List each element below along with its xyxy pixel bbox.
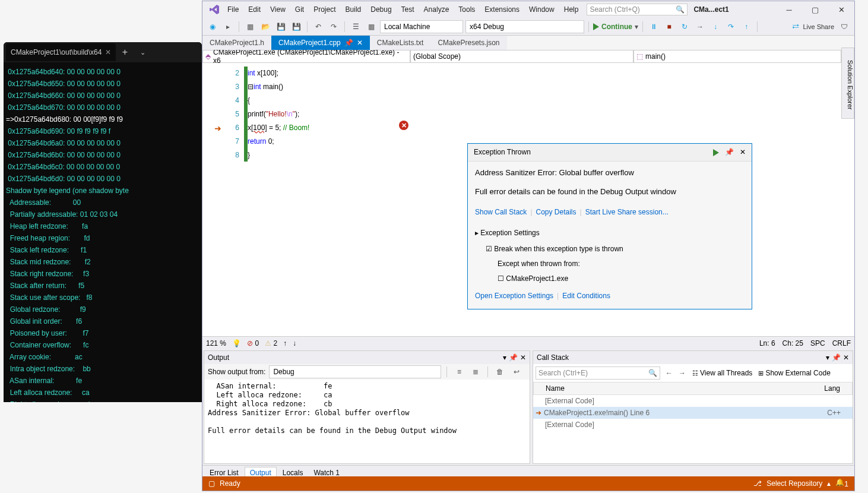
show-external-code[interactable]: ⊞ Show External Code [758, 369, 830, 377]
output-wrap[interactable]: ↩ [510, 365, 523, 378]
copy-details-link[interactable]: Copy Details [536, 206, 576, 219]
menu-project[interactable]: Project [309, 4, 340, 15]
popup-close-icon[interactable]: ✕ [740, 146, 746, 159]
open-button[interactable]: 📂 [259, 20, 272, 33]
nav-scope-combo[interactable]: (Global Scope) [410, 50, 633, 63]
code-editor[interactable]: 2 3 4 5 6 7 8 ➜ int x[100]; ⊟int main() … [202, 63, 854, 336]
col-name[interactable]: Name [546, 384, 824, 393]
menu-debug[interactable]: Debug [366, 4, 396, 15]
menu-view[interactable]: View [265, 4, 290, 15]
config-icon[interactable]: ☰ [349, 20, 362, 33]
terminal-dropdown[interactable]: ⌄ [134, 43, 151, 61]
liveshare-link[interactable]: Start Live Share session... [585, 206, 669, 219]
menu-edit[interactable]: Edit [243, 4, 265, 15]
open-exception-settings-link[interactable]: Open Exception Settings [475, 289, 553, 303]
callstack-row-active[interactable]: ➜ CMakeProject1.exe!main() Line 6 C++ [533, 407, 853, 419]
minimize-button[interactable]: ─ [776, 1, 802, 18]
pin-icon[interactable]: 📌 [344, 39, 353, 47]
popup-pin-icon[interactable]: 📌 [725, 146, 734, 159]
panel-dropdown-icon[interactable]: ▾ [826, 353, 829, 362]
maximize-button[interactable]: ▢ [802, 1, 828, 18]
close-icon[interactable]: ✕ [105, 48, 111, 56]
callstack-row[interactable]: [External Code] [533, 395, 853, 407]
notification-bell-icon[interactable]: 🔔1 [835, 478, 848, 488]
lightbulb-icon[interactable]: 💡 [232, 339, 241, 347]
menu-window[interactable]: Window [524, 4, 559, 15]
pause-button[interactable]: ⏸ [647, 20, 660, 33]
break-on-throw-checkbox[interactable]: ☑ Break when this exception type is thro… [475, 242, 745, 256]
restart-button[interactable]: ↻ [678, 20, 691, 33]
view-all-threads[interactable]: ☷ View all Threads [692, 369, 752, 377]
save-all-button[interactable]: 💾 [290, 20, 303, 33]
select-repository[interactable]: Select Repository [766, 479, 822, 488]
menu-build[interactable]: Build [341, 4, 366, 15]
menu-analyze[interactable]: Analyze [419, 4, 454, 15]
output-text[interactable]: ASan internal: fe Left alloca redzone: c… [204, 380, 530, 463]
edit-conditions-link[interactable]: Edit Conditions [562, 289, 610, 303]
editor-statusbar: 121 % 💡 ⊘ 0 ⚠ 2 ↑ ↓ Ln: 6 Ch: 25 SPC CRL… [202, 336, 854, 349]
show-next-button[interactable]: → [693, 20, 707, 33]
tab-cmakelists[interactable]: CMakeLists.txt [370, 36, 431, 50]
error-count[interactable]: ⊘ 0 [247, 339, 259, 347]
line-ending[interactable]: CRLF [832, 339, 851, 347]
menu-git[interactable]: Git [290, 4, 309, 15]
popup-continue-icon[interactable] [713, 149, 719, 156]
arrow-up-icon[interactable]: ↑ [283, 339, 287, 347]
terminal-new-tab[interactable]: + [116, 43, 134, 61]
redo-button[interactable]: ↷ [327, 20, 340, 33]
back-button[interactable]: ◉ [206, 20, 219, 33]
launch-target-combo[interactable]: Local Machine [380, 20, 463, 33]
close-tab-icon[interactable]: ✕ [357, 39, 363, 47]
output-source-combo[interactable]: Debug [269, 365, 441, 378]
panel-pin-icon[interactable]: 📌 [509, 353, 518, 362]
step-over-button[interactable]: ↷ [724, 20, 737, 33]
exception-settings-header[interactable]: ▸ Exception Settings [475, 226, 745, 240]
zoom-level[interactable]: 121 % [206, 339, 226, 347]
menu-test[interactable]: Test [397, 4, 419, 15]
nav-project-combo[interactable]: ⬘CMakeProject1.exe (CMakeProject1\CMakeP… [202, 50, 410, 63]
step-into-button[interactable]: ↓ [709, 20, 722, 33]
nav-member-combo[interactable]: ⬚main() [633, 50, 841, 63]
warning-count[interactable]: ⚠ 2 [265, 339, 277, 347]
arrow-down-icon[interactable]: ↓ [293, 339, 296, 347]
continue-button[interactable]: Continue ▾ [593, 20, 638, 33]
callstack-search[interactable]: Search (Ctrl+E)🔍 [536, 366, 660, 380]
panel-dropdown-icon[interactable]: ▾ [503, 353, 506, 362]
search-input[interactable]: Search (Ctrl+Q) 🔍 [587, 4, 688, 15]
new-project-button[interactable]: ▦ [243, 20, 256, 33]
menu-tools[interactable]: Tools [454, 4, 480, 15]
except-exe-checkbox[interactable]: ☐ CMakeProject1.exe [475, 272, 745, 286]
liveshare-button[interactable]: Live Share [803, 23, 834, 30]
solution-explorer-tab[interactable]: Solution Explorer [841, 48, 854, 119]
code-area[interactable]: ➜ int x[100]; ⊟int main() { printf("Hell… [248, 63, 854, 336]
undo-button[interactable]: ↶ [312, 20, 325, 33]
panel-close-icon[interactable]: ✕ [520, 353, 526, 362]
indent-mode[interactable]: SPC [810, 339, 825, 347]
step-out-button[interactable]: ↑ [740, 20, 753, 33]
cs-forward[interactable]: → [676, 366, 689, 380]
panel-close-icon[interactable]: ✕ [843, 353, 849, 362]
config-combo[interactable]: x64 Debug [465, 20, 584, 33]
menu-extensions[interactable]: Extensions [480, 4, 524, 15]
tab-presets[interactable]: CMakePresets.json [430, 36, 506, 50]
menu-file[interactable]: File [223, 4, 243, 15]
output-tb2[interactable]: ≣ [469, 365, 482, 378]
tab-cpp[interactable]: CMakeProject1.cpp 📌 ✕ [271, 36, 370, 50]
menu-help[interactable]: Help [559, 4, 584, 15]
close-button[interactable]: ✕ [828, 1, 854, 18]
show-call-stack-link[interactable]: Show Call Stack [475, 206, 527, 219]
save-button[interactable]: 💾 [274, 20, 287, 33]
stop-button[interactable]: ■ [663, 20, 676, 33]
tab-header[interactable]: CMakeProject1.h [202, 36, 271, 50]
admin-icon[interactable]: 🛡 [838, 20, 851, 33]
output-clear[interactable]: 🗑 [493, 365, 506, 378]
callstack-row[interactable]: [External Code] [533, 419, 853, 431]
error-glyph-icon[interactable]: ✕ [399, 121, 408, 130]
config-icon2[interactable]: ▦ [365, 20, 378, 33]
terminal-tab[interactable]: CMakeProject1\out\build\x64 ✕ [6, 43, 116, 61]
output-tb1[interactable]: ≡ [452, 365, 465, 378]
col-lang[interactable]: Lang [824, 384, 840, 393]
panel-pin-icon[interactable]: 📌 [832, 353, 841, 362]
forward-button[interactable]: ▸ [221, 20, 235, 33]
cs-back[interactable]: ← [663, 366, 676, 380]
